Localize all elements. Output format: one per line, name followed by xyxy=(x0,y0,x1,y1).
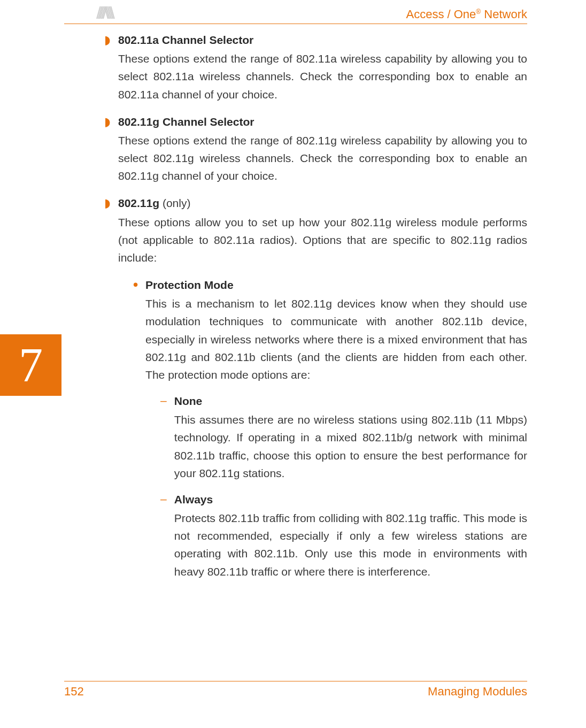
bullet-body: 802.11g (only) These options allow you t… xyxy=(118,194,527,580)
bullet-title: 802.11a Channel Selector xyxy=(118,34,253,46)
bullet-body: 802.11a Channel Selector These options e… xyxy=(118,31,527,103)
dash-body: Always Protects 802.11b traffic from col… xyxy=(174,491,527,580)
footer-section-title: Managing Modules xyxy=(428,685,527,699)
dash-desc: This assumes there are no wireless stati… xyxy=(174,411,527,482)
header-title-sup: ® xyxy=(476,8,481,16)
header-title-part2: Network xyxy=(481,7,527,21)
dash-item: – Always Protects 802.11b traffic from c… xyxy=(160,491,527,580)
bullet-desc: These options extend the range of 802.11… xyxy=(118,132,527,185)
dash-desc: Protects 802.11b traffic from colliding … xyxy=(174,509,527,580)
bullet-desc: These options allow you to set up how yo… xyxy=(118,213,527,267)
bullet-title-extra: (only) xyxy=(159,197,190,209)
bullet-marker-icon: ◗ xyxy=(104,194,111,580)
bullet-item: ◗ 802.11g Channel Selector These options… xyxy=(104,113,527,185)
bullet-title: 802.11g Channel Selector xyxy=(118,116,254,128)
sub-bullet-body: Protection Mode This is a mechanism to l… xyxy=(145,276,527,580)
content-area: ◗ 802.11a Channel Selector These options… xyxy=(104,31,527,590)
bullet-desc: These options extend the range of 802.11… xyxy=(118,50,527,103)
header-logo-icon: /////\\\\\ xyxy=(96,4,112,21)
dash-title: None xyxy=(174,395,203,407)
bullet-marker-icon: ◗ xyxy=(104,31,111,103)
page-header: /////\\\\\ Access / One® Network xyxy=(64,0,527,24)
dash-body: None This assumes there are no wireless … xyxy=(174,392,527,482)
chapter-number: 7 xyxy=(19,338,43,393)
dash-marker-icon: – xyxy=(160,392,167,482)
sub-bullet-item: • Protection Mode This is a mechanism to… xyxy=(133,276,527,580)
dash-marker-icon: – xyxy=(160,491,167,580)
chapter-tab: 7 xyxy=(0,334,61,396)
sub-bullet-marker-icon: • xyxy=(133,276,138,580)
bullet-title: 802.11g xyxy=(118,197,159,209)
header-title-part1: Access / One xyxy=(406,7,476,21)
bullet-item: ◗ 802.11a Channel Selector These options… xyxy=(104,31,527,103)
header-product-title: Access / One® Network xyxy=(406,7,527,21)
bullet-marker-icon: ◗ xyxy=(104,113,111,185)
page-footer: 152 Managing Modules xyxy=(64,681,527,699)
dash-item: – None This assumes there are no wireles… xyxy=(160,392,527,482)
bullet-body: 802.11g Channel Selector These options e… xyxy=(118,113,527,185)
page-number: 152 xyxy=(64,685,84,699)
dash-title: Always xyxy=(174,493,213,505)
sub-bullet-title: Protection Mode xyxy=(145,279,234,291)
sub-bullet-desc: This is a mechanism to let 802.11g devic… xyxy=(145,295,527,384)
bullet-item: ◗ 802.11g (only) These options allow you… xyxy=(104,194,527,580)
